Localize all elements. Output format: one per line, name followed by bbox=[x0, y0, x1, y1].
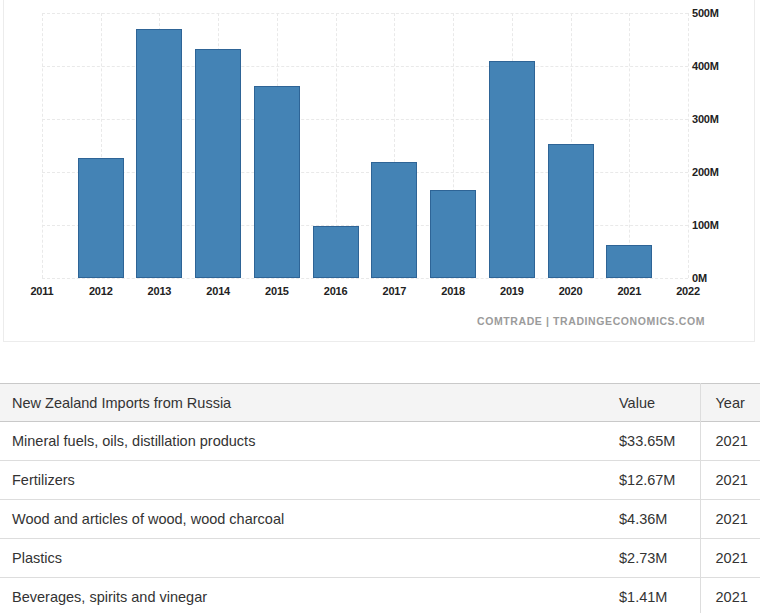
gridline-horizontal bbox=[42, 13, 688, 14]
year-cell: 2021 bbox=[700, 578, 760, 613]
value-cell: $33.65M bbox=[600, 422, 700, 461]
x-axis-tick-label: 2013 bbox=[137, 285, 181, 297]
x-axis-tick-label: 2011 bbox=[20, 285, 64, 297]
gridline-vertical bbox=[688, 13, 689, 278]
year-cell: 2021 bbox=[700, 539, 760, 578]
y-axis-label: 300M bbox=[692, 113, 719, 125]
y-axis-label: 400M bbox=[692, 60, 719, 72]
year-cell: 2021 bbox=[700, 422, 760, 461]
y-axis-label: 100M bbox=[692, 219, 719, 231]
bar-2016[interactable] bbox=[313, 226, 359, 278]
x-axis-tick-label: 2016 bbox=[314, 285, 358, 297]
x-axis-tick-label: 2015 bbox=[255, 285, 299, 297]
col-header-product: New Zealand Imports from Russia bbox=[0, 384, 600, 422]
bar-2014[interactable] bbox=[195, 49, 241, 278]
bar-2021[interactable] bbox=[606, 245, 652, 278]
bar-2019[interactable] bbox=[489, 61, 535, 278]
value-cell: $1.41M bbox=[600, 578, 700, 613]
x-axis-tick-label: 2021 bbox=[607, 285, 651, 297]
product-cell[interactable]: Fertilizers bbox=[0, 461, 600, 500]
bar-2013[interactable] bbox=[136, 29, 182, 278]
bar-2020[interactable] bbox=[548, 144, 594, 278]
gridline-horizontal bbox=[42, 278, 688, 279]
gridline-vertical bbox=[629, 13, 630, 278]
bar-2015[interactable] bbox=[254, 86, 300, 278]
imports-table: New Zealand Imports from Russia Value Ye… bbox=[0, 383, 760, 613]
x-axis-tick-label: 2017 bbox=[372, 285, 416, 297]
bar-2018[interactable] bbox=[430, 190, 476, 278]
year-cell: 2021 bbox=[700, 500, 760, 539]
x-axis-tick-label: 2019 bbox=[490, 285, 534, 297]
year-cell: 2021 bbox=[700, 461, 760, 500]
product-cell[interactable]: Plastics bbox=[0, 539, 600, 578]
table-header-row: New Zealand Imports from Russia Value Ye… bbox=[0, 384, 760, 422]
value-cell: $12.67M bbox=[600, 461, 700, 500]
imports-bar-chart: 500M400M300M200M100M0M 20112012201320142… bbox=[0, 0, 760, 345]
x-axis-tick-label: 2014 bbox=[196, 285, 240, 297]
y-axis-label: 200M bbox=[692, 166, 719, 178]
bar-2012[interactable] bbox=[78, 158, 124, 278]
bar-2017[interactable] bbox=[371, 162, 417, 278]
x-axis-tick-label: 2022 bbox=[666, 285, 710, 297]
gridline-vertical bbox=[42, 13, 43, 278]
y-axis-label: 500M bbox=[692, 7, 719, 19]
value-cell: $4.36M bbox=[600, 500, 700, 539]
table-row: Beverages, spirits and vinegar$1.41M2021 bbox=[0, 578, 760, 613]
product-cell[interactable]: Mineral fuels, oils, distillation produc… bbox=[0, 422, 600, 461]
table-row: Plastics$2.73M2021 bbox=[0, 539, 760, 578]
table-row: Fertilizers$12.67M2021 bbox=[0, 461, 760, 500]
x-axis-tick-label: 2020 bbox=[549, 285, 593, 297]
chart-attribution: COMTRADE | TRADINGECONOMICS.COM bbox=[477, 315, 705, 327]
table-row: Mineral fuels, oils, distillation produc… bbox=[0, 422, 760, 461]
table-row: Wood and articles of wood, wood charcoal… bbox=[0, 500, 760, 539]
product-cell[interactable]: Wood and articles of wood, wood charcoal bbox=[0, 500, 600, 539]
value-cell: $2.73M bbox=[600, 539, 700, 578]
col-header-year: Year bbox=[700, 384, 760, 422]
col-header-value: Value bbox=[600, 384, 700, 422]
x-axis-tick-label: 2018 bbox=[431, 285, 475, 297]
y-axis-label: 0M bbox=[692, 272, 707, 284]
page: 500M400M300M200M100M0M 20112012201320142… bbox=[0, 0, 760, 613]
x-axis-tick-label: 2012 bbox=[79, 285, 123, 297]
product-cell[interactable]: Beverages, spirits and vinegar bbox=[0, 578, 600, 613]
